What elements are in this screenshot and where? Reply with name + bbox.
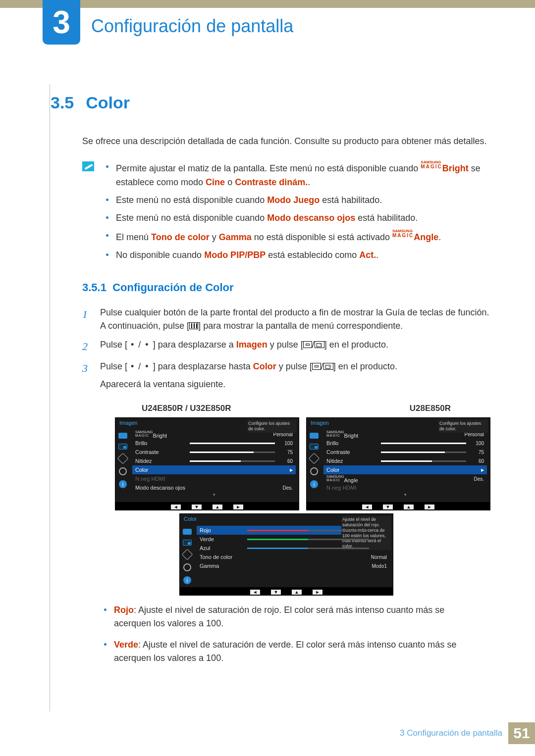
hl-tono-color: Tono de color	[151, 232, 210, 242]
desc-item: Verde: Ajuste el nivel de saturación de …	[104, 638, 471, 665]
chapter-title: Configuración de pantalla	[91, 16, 293, 37]
model-label-right: U28E850R	[410, 403, 451, 413]
osd-item-brillo: Brillo100	[132, 439, 296, 448]
text: Permite ajustar el matiz de la pantalla.…	[116, 163, 421, 173]
osd-item-gamma: GammaModo1	[197, 561, 390, 570]
description-list: Rojo: Ajuste el nivel de saturación de r…	[104, 604, 471, 665]
sidebar-pip-icon	[310, 444, 319, 450]
osd-sidebar: i	[180, 524, 195, 587]
osd-item-nitidez: Nitidez60	[323, 456, 487, 465]
enter-icon-b	[315, 341, 324, 348]
section-content: 3.5 Color Se ofrece una descripción deta…	[50, 93, 490, 673]
sidebar-move-icon	[117, 453, 129, 464]
section-intro: Se ofrece una descripción detallada de c…	[82, 135, 490, 148]
osd-item-color-selected: Color▶	[132, 465, 296, 474]
top-band	[0, 0, 535, 8]
sidebar-gear-icon	[183, 563, 191, 571]
text: ] para desplazarse a	[153, 340, 236, 350]
enter-icon-b	[323, 363, 333, 370]
osd-navbar: ◄ ▼ ▲ ►	[306, 503, 490, 510]
hl-modo-pip: Modo PIP/PBP	[204, 250, 266, 260]
sidebar-move-icon	[182, 549, 193, 560]
nav-right-icon: ►	[425, 504, 434, 509]
text: ] para mostrar la pantalla de menú corre…	[198, 321, 403, 331]
sidebar-info-icon: i	[310, 480, 318, 488]
text: Este menú no está disponible cuando	[116, 195, 267, 205]
chapter-number-badge: 3	[43, 0, 80, 45]
hl-gamma: Gamma	[219, 232, 252, 242]
step-number: 2	[82, 338, 92, 355]
osd-item-tono: Tono de colorNormal	[197, 553, 390, 561]
sidebar-gear-icon	[119, 467, 127, 475]
samsung-magic-tag: SAMSUNGMAGIC	[421, 160, 442, 169]
hl-imagen: Imagen	[236, 340, 268, 350]
osd-u28: Configure los ajustes de color. Imagen i	[306, 417, 490, 510]
text: está habilitado.	[355, 213, 418, 223]
nav-right-icon: ►	[313, 590, 322, 595]
text: Aparecerá la ventana siguiente.	[100, 379, 225, 389]
step-body: Pulse [ • / • ] para desplazarse a Image…	[100, 338, 490, 355]
screenshot-labels: U24E850R / U32E850R U28E850R	[142, 403, 451, 413]
step-body: Pulse cualquier botón de la parte fronta…	[100, 306, 490, 334]
desc-verde-label: Verde	[114, 640, 138, 650]
osd-item-nneg: N.neg HDMI	[323, 483, 487, 492]
note-bullet: El menú Tono de color y Gamma no está di…	[106, 229, 490, 245]
subsection-heading: Configuración de Color	[112, 281, 233, 294]
text: está habilitado.	[320, 195, 382, 205]
osd-main: SAMSUNGMAGICBrightPersonal Brillo100 Con…	[130, 428, 299, 502]
nav-up-icon: ▲	[292, 590, 302, 595]
text: .	[308, 177, 310, 187]
hl-act: Act.	[359, 250, 376, 260]
nav-dots: • / •	[127, 340, 153, 350]
nav-up-icon: ▲	[213, 504, 222, 509]
osd-panel: Configure los ajustes de color. Imagen i	[115, 417, 299, 503]
nav-dots: • / •	[127, 361, 153, 371]
note-bullet: Este menú no está disponible cuando Modo…	[106, 194, 490, 207]
osd-item-nneg: N.neg HDMI	[132, 474, 296, 483]
text: no está disponible si está activado	[252, 232, 392, 242]
osd-tooltip: Configure los ajustes de color.	[438, 420, 488, 433]
sidebar-screen-icon	[310, 433, 319, 439]
section-title: Color	[86, 93, 130, 112]
nav-down-icon: ▼	[271, 590, 281, 595]
note-bullets: Permite ajustar el matiz de la pantalla.…	[106, 160, 490, 266]
text: .	[438, 232, 441, 242]
subsection: 3.5.1 Configuración de Color 1 Pulse cua…	[82, 281, 490, 596]
osd-navbar: ◄ ▼ ▲ ►	[115, 503, 299, 510]
hl-contraste-dinam: Contraste dinám.	[235, 177, 308, 187]
osd-tooltip: Configure los ajustes de color.	[247, 420, 297, 433]
desc-item: Rojo: Ajuste el nivel de saturación de r…	[104, 604, 471, 630]
text: No disponible cuando	[116, 250, 204, 260]
osd-panel: Ajuste el nivel de saturación del rojo. …	[179, 513, 393, 588]
hl-cine: Cine	[206, 177, 225, 187]
subsection-number: 3.5.1	[82, 281, 107, 294]
osd-item-descanso: Modo descanso ojosDes.	[132, 483, 296, 492]
note-icon	[82, 161, 94, 171]
osd-row-bottom: Ajuste el nivel de saturación del rojo. …	[82, 513, 490, 596]
osd-item-contraste: Contraste75	[323, 448, 487, 456]
model-label-left: U24E850R / U32E850R	[142, 403, 231, 413]
text: o	[225, 177, 235, 187]
step: 1 Pulse cualquier botón de la parte fron…	[82, 306, 490, 334]
text: Pulse [	[100, 361, 127, 371]
step-number: 3	[82, 360, 92, 392]
note-block: Permite ajustar el matiz de la pantalla.…	[82, 160, 490, 266]
nav-right-icon: ►	[233, 504, 243, 509]
osd-item-brillo: Brillo100	[323, 439, 487, 448]
subsection-title: 3.5.1 Configuración de Color	[82, 281, 490, 294]
text: está establecido como	[266, 250, 359, 260]
text: y pulse [	[268, 340, 303, 350]
nav-up-icon: ▲	[404, 504, 414, 509]
text: y	[210, 232, 219, 242]
sidebar-info-icon: i	[183, 576, 191, 584]
step: 2 Pulse [ • / • ] para desplazarse a Ima…	[82, 338, 490, 355]
step: 3 Pulse [ • / • ] para desplazarse hasta…	[82, 360, 490, 392]
osd-main: SAMSUNGMAGICBrightPersonal Brillo100 Con…	[321, 428, 490, 502]
sidebar-gear-icon	[310, 467, 318, 475]
osd-u24-u32: Configure los ajustes de color. Imagen i	[115, 417, 299, 510]
note-bullet: Este menú no está disponible cuando Modo…	[106, 211, 490, 225]
text: ] en el producto.	[324, 340, 388, 350]
nav-left-icon: ◄	[171, 504, 181, 509]
desc-verde-text: : Ajuste el nivel de saturación de verde…	[114, 640, 456, 663]
sidebar-pip-icon	[183, 540, 192, 546]
